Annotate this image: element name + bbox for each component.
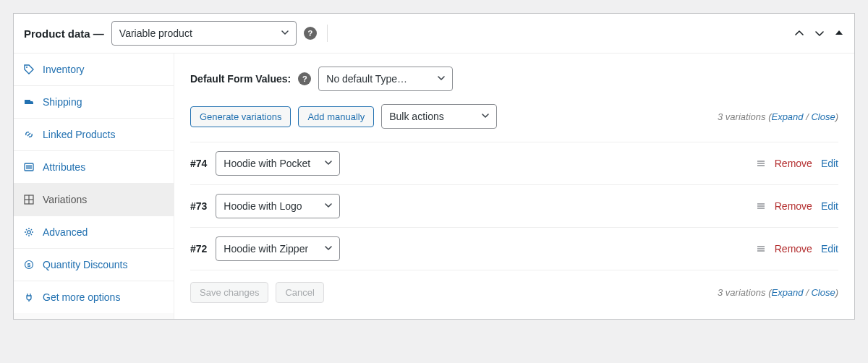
variation-count: 3 variations [718, 111, 765, 122]
edit-variation-link[interactable]: Edit [821, 243, 838, 255]
variation-row: #73 Hoodie with Logo Remove Edi [190, 184, 838, 227]
drag-handle-icon[interactable] [756, 158, 766, 168]
variation-attribute-select[interactable]: Hoodie with Zipper [216, 236, 340, 261]
collapse-icon[interactable] [834, 27, 844, 39]
variations-list: #74 Hoodie with Pocket Remove E [190, 142, 838, 270]
sidebar-item-inventory[interactable]: Inventory [14, 54, 174, 86]
default-form-values-label: Default Form Values: [190, 73, 291, 85]
add-manually-button[interactable]: Add manually [298, 106, 374, 127]
svg-rect-1 [25, 100, 30, 104]
sidebar-item-label: Shipping [43, 96, 82, 108]
variation-attribute-select[interactable]: Hoodie with Pocket [216, 151, 340, 176]
drag-handle-icon[interactable] [756, 201, 766, 211]
close-link[interactable]: Close [811, 287, 835, 298]
sidebar-item-linked-products[interactable]: Linked Products [14, 119, 174, 151]
variations-count-text: 3 variations (Expand / Close) [718, 111, 838, 122]
divider [327, 25, 328, 42]
help-icon[interactable]: ? [298, 72, 311, 85]
svg-point-0 [26, 67, 27, 68]
default-form-values-row: Default Form Values: ? No default Type… [190, 67, 838, 91]
cancel-button[interactable]: Cancel [276, 282, 323, 303]
sidebar-item-label: Quantity Discounts [43, 259, 128, 270]
variation-row: #74 Hoodie with Pocket Remove E [190, 142, 838, 184]
sidebar-item-label: Advanced [43, 226, 88, 238]
default-type-select[interactable]: No default Type… [318, 67, 453, 91]
sidebar-item-shipping[interactable]: Shipping [14, 86, 174, 119]
expand-link[interactable]: Expand [771, 287, 803, 298]
remove-variation-link[interactable]: Remove [775, 158, 812, 169]
variations-panel: Default Form Values: ? No default Type… … [174, 54, 854, 319]
panel-header: Product data — Variable product ? [14, 14, 854, 54]
svg-point-9 [27, 231, 30, 234]
sidebar-item-attributes[interactable]: Attributes [14, 151, 174, 184]
move-down-icon[interactable] [814, 27, 825, 39]
bulk-actions-select[interactable]: Bulk actions [381, 104, 497, 129]
grid-icon [24, 195, 35, 205]
panel-header-controls [793, 27, 844, 39]
help-icon[interactable]: ? [304, 27, 317, 40]
variation-id: #72 [190, 243, 207, 255]
gear-icon [24, 227, 35, 237]
sidebar-item-label: Get more options [43, 291, 120, 303]
close-link[interactable]: Close [811, 111, 835, 122]
variations-toolbar: Generate variations Add manually Bulk ac… [190, 104, 838, 129]
variation-row: #72 Hoodie with Zipper Remove E [190, 227, 838, 270]
product-data-sidebar: Inventory Shipping Linked Products Attri… [14, 54, 174, 319]
sidebar-item-label: Attributes [43, 161, 85, 173]
expand-link[interactable]: Expand [771, 111, 803, 122]
generate-variations-button[interactable]: Generate variations [190, 106, 291, 127]
sidebar-item-variations[interactable]: Variations [14, 184, 174, 216]
variation-id: #73 [190, 200, 207, 212]
sidebar-item-get-more-options[interactable]: Get more options [14, 281, 174, 313]
edit-variation-link[interactable]: Edit [821, 200, 838, 212]
variations-footer: Save changes Cancel 3 variations (Expand… [190, 270, 838, 303]
product-type-select[interactable]: Variable product [111, 21, 297, 46]
drag-handle-icon[interactable] [756, 244, 766, 254]
sidebar-item-quantity-discounts[interactable]: $ Quantity Discounts [14, 249, 174, 281]
tag-icon [24, 64, 35, 74]
dollar-icon: $ [24, 260, 35, 270]
move-up-icon[interactable] [793, 27, 805, 39]
remove-variation-link[interactable]: Remove [775, 243, 812, 255]
sidebar-item-label: Linked Products [43, 129, 115, 140]
sidebar-item-advanced[interactable]: Advanced [14, 216, 174, 249]
plug-icon [24, 292, 35, 302]
variation-id: #74 [190, 158, 207, 169]
link-icon [24, 129, 35, 140]
sidebar-item-label: Inventory [43, 64, 85, 75]
svg-text:$: $ [27, 262, 31, 268]
remove-variation-link[interactable]: Remove [775, 200, 812, 212]
edit-variation-link[interactable]: Edit [821, 158, 838, 169]
variation-attribute-select[interactable]: Hoodie with Logo [216, 194, 340, 218]
variations-count-text-bottom: 3 variations (Expand / Close) [718, 287, 838, 298]
save-changes-button[interactable]: Save changes [190, 282, 268, 303]
panel-title: Product data — [24, 27, 104, 40]
list-icon [24, 162, 35, 172]
sidebar-item-label: Variations [43, 194, 87, 205]
truck-icon [24, 97, 35, 107]
variation-count: 3 variations [718, 287, 765, 298]
product-data-panel: Product data — Variable product ? [13, 13, 855, 320]
